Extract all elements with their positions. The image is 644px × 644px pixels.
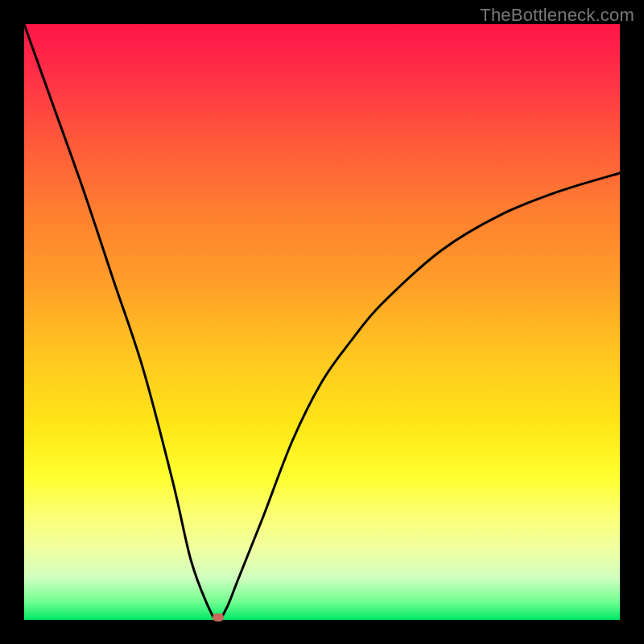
bottleneck-curve-path	[24, 24, 620, 620]
watermark-text: TheBottleneck.com	[480, 5, 634, 26]
plot-area	[24, 24, 620, 620]
chart-frame: TheBottleneck.com	[0, 0, 644, 644]
minimum-marker	[213, 613, 224, 621]
curve-svg	[24, 24, 620, 620]
